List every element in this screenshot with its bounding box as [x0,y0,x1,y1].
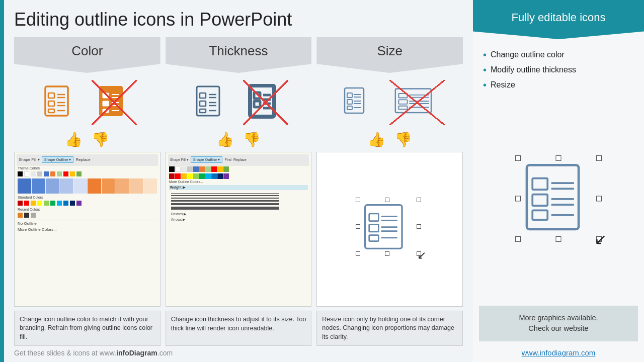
svg-rect-13 [103,101,109,106]
thickness-header: Thickness [166,37,312,73]
thickness-thumb-down: 👎 [243,131,261,148]
accent-bar [0,0,4,362]
svg-rect-53 [369,214,378,221]
svg-rect-35 [347,93,352,98]
size-good-icon [335,80,380,125]
svg-rect-68 [532,210,547,220]
svg-rect-50 [399,106,408,109]
sidebar-content: Change outline color Modify outline thic… [473,39,644,302]
col-thickness: Thickness [166,37,312,346]
footer-brand: infoDiagram [116,349,157,357]
more-graphics-text: More graphics available.Check our websit… [519,314,598,333]
svg-rect-28 [254,93,260,99]
footer: Get these slides & icons at www.infoDiag… [14,349,463,357]
thickness-good-icon [189,80,234,125]
svg-rect-47 [399,100,408,104]
svg-rect-41 [347,106,352,110]
color-thumb-row: 👍 👎 [14,131,160,148]
col-size: Size [316,37,463,346]
svg-rect-16 [103,109,109,113]
color-icon-row [14,77,160,127]
thickness-desc: Change icon thickness to adjust it to it… [166,311,312,346]
bullet-item-1: Change outline color [483,47,634,62]
bullet-list: Change outline color Modify outline thic… [483,47,634,93]
svg-rect-65 [532,194,547,206]
thickness-thumb-row: 👍 👎 [166,131,312,148]
color-good-icon [37,80,83,125]
svg-rect-10 [103,93,109,98]
svg-rect-19 [200,93,206,98]
svg-rect-25 [200,109,206,113]
infodiagram-link[interactable]: www.infodiagram.com [479,348,638,357]
size-header: Size [316,37,463,73]
bullet-item-3: Resize [483,77,634,93]
thickness-thumb-up: 👍 [216,131,234,148]
main-panel: Editing outline icons in PowerPoint Colo… [4,0,473,362]
col-color: Color [14,37,160,346]
color-screenshot: Shape Fill ▾ Shape Outline ▾ Replace The… [14,152,160,307]
size-thumb-down: 👎 [394,131,412,148]
page-title: Editing outline icons in PowerPoint [14,9,463,30]
color-thumb-up: 👍 [65,131,83,148]
svg-rect-56 [369,224,378,232]
svg-rect-59 [369,235,378,241]
svg-rect-31 [254,101,260,107]
footer-text-start: Get these slides & icons at www. [14,349,116,357]
size-screenshot: ↙ [316,152,463,307]
svg-rect-9 [100,86,122,116]
color-bad-icon [92,80,137,125]
svg-rect-4 [48,101,54,106]
color-thumb-down: 👎 [92,131,109,148]
sidebar: Fully editable icons Change outline colo… [473,0,644,362]
size-icon-row [316,77,463,127]
svg-rect-22 [200,101,206,106]
svg-rect-43 [395,88,431,113]
svg-rect-27 [250,85,274,117]
thickness-icon-row [166,77,312,127]
size-thumb-row: 👍 👎 [316,131,463,148]
size-thumb-up: 👍 [368,131,385,148]
footer-domain: .com [157,349,173,357]
thickness-bad-icon [243,80,288,125]
svg-rect-38 [347,100,352,104]
thickness-screenshot: Shape Fill ▾ Shape Outline ▾ Find Replac… [166,152,312,307]
svg-rect-7 [48,109,54,113]
sidebar-header: Fully editable icons [473,0,644,39]
size-bad-icon [389,80,445,125]
sidebar-preview: ↙ [483,101,634,297]
svg-rect-62 [532,178,547,190]
color-desc: Change icon outline color to match it wi… [14,311,160,346]
svg-rect-1 [48,93,54,98]
columns-area: Color [14,37,463,346]
bullet-item-2: Modify outline thickness [483,62,634,77]
svg-rect-44 [399,93,408,98]
color-header: Color [14,37,160,73]
size-desc: Resize icon only by holding one of its c… [316,311,463,346]
sidebar-bottom-text: More graphics available.Check our websit… [479,306,638,342]
